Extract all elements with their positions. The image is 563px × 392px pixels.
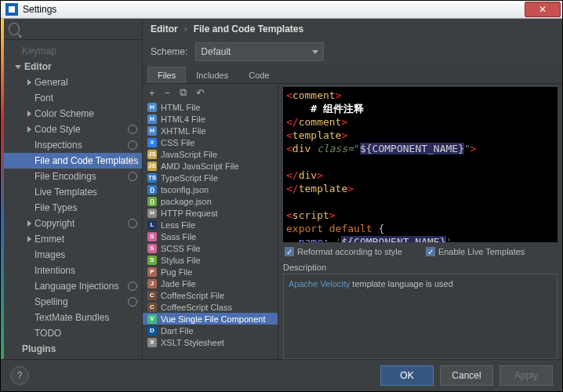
app-icon: [5, 3, 18, 16]
button-bar: ? OK Cancel Apply: [1, 359, 562, 391]
sidebar-item[interactable]: Emmet: [4, 231, 142, 247]
tab[interactable]: Includes: [186, 67, 238, 83]
search-box[interactable]: [4, 19, 142, 40]
window-title: Settings: [23, 4, 525, 15]
file-item[interactable]: JJade File: [143, 278, 278, 289]
add-icon[interactable]: +: [149, 87, 155, 99]
sidebar-item[interactable]: Editor: [4, 59, 142, 74]
help-button[interactable]: ?: [10, 366, 29, 385]
file-item[interactable]: {}package.json: [143, 195, 278, 207]
apply-button[interactable]: Apply: [499, 365, 553, 386]
file-item[interactable]: CCoffeeScript Class: [143, 301, 278, 313]
sidebar-item-label: Intentions: [35, 265, 75, 276]
file-icon: #: [147, 138, 157, 147]
scheme-value: Default: [201, 46, 231, 57]
file-item-label: CSS File: [161, 138, 194, 147]
sidebar-item[interactable]: General: [4, 74, 142, 90]
file-item[interactable]: SStylus File: [143, 254, 278, 266]
sidebar-item[interactable]: Code Style: [4, 122, 142, 137]
file-item[interactable]: LLess File: [143, 219, 278, 230]
sidebar-item[interactable]: Inspections: [4, 137, 142, 153]
remove-icon[interactable]: −: [165, 87, 171, 99]
sidebar-item-label: File Encodings: [35, 171, 96, 182]
velocity-link[interactable]: Apache Velocity: [289, 279, 350, 289]
settings-tree[interactable]: KeymapEditorGeneralFontColor SchemeCode …: [4, 40, 142, 359]
tab[interactable]: Code: [238, 67, 279, 83]
file-item[interactable]: HHTML File: [143, 101, 278, 113]
file-item[interactable]: JSAMD JavaScript File: [143, 160, 278, 172]
file-toolbar: + − ⧉ ↶: [143, 84, 278, 101]
file-item-label: XHTML File: [161, 126, 206, 136]
file-item-label: HTTP Request: [161, 209, 218, 218]
file-icon: S: [147, 244, 157, 253]
file-item-label: SCSS File: [161, 244, 201, 253]
copy-icon[interactable]: ⧉: [180, 86, 187, 99]
file-item[interactable]: CCoffeeScript File: [143, 289, 278, 301]
sidebar-item[interactable]: Keymap: [4, 43, 142, 59]
sidebar-item[interactable]: Images: [4, 247, 142, 263]
sidebar-item-label: File Types: [35, 202, 77, 213]
sidebar-item-label: Code Style: [35, 124, 81, 135]
sidebar-item[interactable]: File Encodings: [4, 169, 142, 184]
file-item[interactable]: {}tsconfig.json: [143, 183, 278, 195]
undo-icon[interactable]: ↶: [196, 87, 205, 99]
description-suffix: template language is used: [350, 279, 452, 289]
file-item[interactable]: SSCSS File: [143, 242, 278, 254]
file-list[interactable]: HHTML FileHHTML4 FileHXHTML File#CSS Fil…: [143, 101, 278, 359]
file-item[interactable]: DDart File: [143, 325, 278, 336]
file-item[interactable]: TSTypeScript File: [143, 172, 278, 183]
template-editor[interactable]: <comment> # 组件注释</comment><template><div…: [283, 87, 558, 242]
window-body: KeymapEditorGeneralFontColor SchemeCode …: [1, 19, 562, 359]
arrow-right-icon: [27, 220, 31, 227]
reformat-check[interactable]: ✓ Reformat according to style: [285, 247, 402, 256]
file-icon: JS: [147, 150, 157, 159]
sidebar-item[interactable]: Language Injections: [4, 278, 142, 294]
tab[interactable]: Files: [147, 67, 186, 83]
sidebar-item[interactable]: Spelling: [4, 294, 142, 310]
sidebar-item[interactable]: Plugins: [4, 341, 142, 357]
sidebar-item[interactable]: TextMate Bundles: [4, 310, 142, 325]
file-item-label: Sass File: [161, 232, 196, 241]
sidebar-item[interactable]: Intentions: [4, 263, 142, 278]
arrow-right-icon: [27, 236, 31, 242]
sidebar-item[interactable]: Copyright: [4, 216, 142, 231]
sidebar-item-label: Inspections: [35, 140, 82, 151]
cancel-button[interactable]: Cancel: [440, 365, 493, 386]
file-item[interactable]: SSass File: [143, 230, 278, 242]
file-pane: + − ⧉ ↶ HHTML FileHHTML4 FileHXHTML File…: [143, 84, 278, 359]
file-icon: H: [147, 103, 157, 112]
live-templates-check[interactable]: ✓ Enable Live Templates: [426, 247, 525, 256]
sidebar: KeymapEditorGeneralFontColor SchemeCode …: [4, 19, 143, 359]
close-button[interactable]: ✕: [525, 2, 561, 17]
sidebar-item[interactable]: Color Scheme: [4, 106, 142, 122]
sidebar-item[interactable]: Live Templates: [4, 184, 142, 200]
file-item[interactable]: PPug File: [143, 266, 278, 278]
breadcrumb-sep: ›: [184, 24, 187, 34]
file-item-label: XSLT Stylesheet: [161, 338, 224, 347]
search-input[interactable]: [23, 23, 137, 36]
file-item[interactable]: XXSLT Stylesheet: [143, 336, 278, 348]
file-item[interactable]: #CSS File: [143, 136, 278, 148]
sidebar-item[interactable]: TODO: [4, 325, 142, 341]
sidebar-item[interactable]: Font: [4, 90, 142, 106]
gear-icon: [128, 219, 137, 228]
file-item[interactable]: HXHTML File: [143, 125, 278, 136]
ok-button[interactable]: OK: [380, 365, 434, 386]
file-item[interactable]: JSJavaScript File: [143, 148, 278, 160]
file-item[interactable]: VVue Single File Component: [143, 313, 278, 325]
sidebar-item[interactable]: Version Control: [4, 357, 142, 359]
gear-icon: [128, 125, 137, 134]
sidebar-item[interactable]: File Types: [4, 200, 142, 216]
file-item[interactable]: HHTML4 File: [143, 113, 278, 125]
scheme-label: Scheme:: [151, 46, 187, 57]
file-item-label: Less File: [161, 220, 195, 230]
content-area: + − ⧉ ↶ HHTML FileHHTML4 FileHXHTML File…: [143, 84, 562, 359]
scheme-row: Scheme: Default: [143, 39, 562, 64]
file-icon: D: [147, 326, 157, 336]
sidebar-item-label: Spelling: [35, 296, 68, 307]
options-row: ✓ Reformat according to style ✓ Enable L…: [283, 242, 558, 261]
file-item[interactable]: HHTTP Request: [143, 207, 278, 219]
sidebar-item[interactable]: File and Code Templates: [4, 153, 142, 169]
scheme-select[interactable]: Default: [195, 42, 324, 61]
sidebar-item-label: Editor: [24, 61, 52, 72]
